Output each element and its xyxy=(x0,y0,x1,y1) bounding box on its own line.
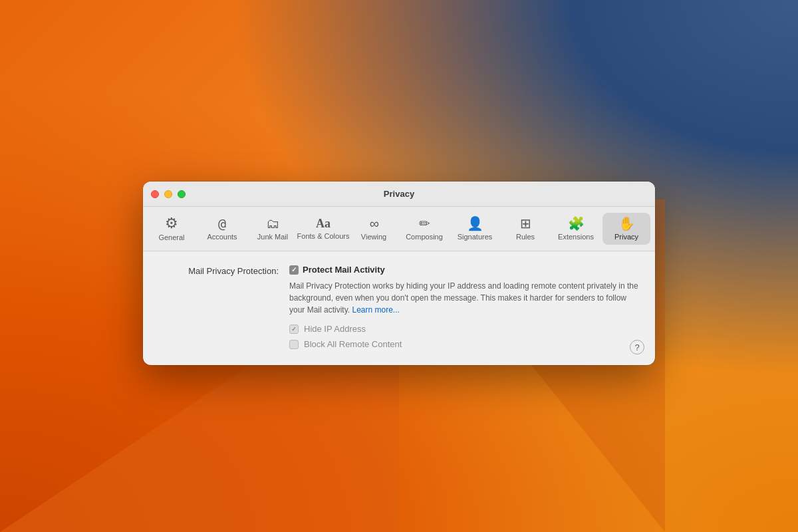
minimize-button[interactable] xyxy=(164,190,172,198)
tab-signatures[interactable]: 👤 Signatures xyxy=(451,213,499,245)
protect-mail-row: Protect Mail Activity xyxy=(289,265,639,275)
accounts-icon: @ xyxy=(218,217,226,230)
traffic-lights xyxy=(151,190,186,198)
mail-preferences-window: Privacy ⚙ General @ Accounts 🗂 Junk Mail… xyxy=(143,182,655,365)
maximize-button[interactable] xyxy=(178,190,186,198)
sub-options: Hide IP Address Block All Remote Content xyxy=(289,324,639,349)
window-title: Privacy xyxy=(384,189,414,199)
learn-more-link[interactable]: Learn more... xyxy=(352,305,399,315)
close-button[interactable] xyxy=(151,190,159,198)
tab-general[interactable]: ⚙ General xyxy=(148,212,196,245)
block-remote-checkbox[interactable] xyxy=(289,340,299,349)
toolbar: ⚙ General @ Accounts 🗂 Junk Mail Aa Font… xyxy=(143,207,655,251)
tab-general-label: General xyxy=(158,233,184,241)
tab-junk-mail[interactable]: 🗂 Junk Mail xyxy=(249,213,297,245)
privacy-icon: ✋ xyxy=(618,217,635,230)
help-button[interactable]: ? xyxy=(630,340,644,354)
tab-rules[interactable]: ⊞ Rules xyxy=(501,213,549,245)
protect-mail-checkbox[interactable] xyxy=(289,265,299,275)
tab-composing-label: Composing xyxy=(406,233,443,241)
tab-accounts[interactable]: @ Accounts xyxy=(198,213,246,245)
tab-fonts-colours-label: Fonts & Colours xyxy=(297,232,350,240)
tab-extensions-label: Extensions xyxy=(558,233,594,241)
section-label: Mail Privacy Protection: xyxy=(159,265,279,276)
protect-mail-label: Protect Mail Activity xyxy=(303,265,385,275)
hide-ip-checkbox[interactable] xyxy=(289,325,299,334)
general-icon: ⚙ xyxy=(165,216,178,231)
tab-fonts-colours[interactable]: Aa Fonts & Colours xyxy=(299,213,347,244)
tab-junk-mail-label: Junk Mail xyxy=(257,233,288,241)
tab-privacy[interactable]: ✋ Privacy xyxy=(602,213,650,245)
tab-accounts-label: Accounts xyxy=(207,233,237,241)
hide-ip-option: Hide IP Address xyxy=(289,324,639,334)
content-area: Mail Privacy Protection: Protect Mail Ac… xyxy=(143,251,655,365)
tab-composing[interactable]: ✏ Composing xyxy=(400,213,448,245)
composing-icon: ✏ xyxy=(419,217,430,230)
tab-viewing[interactable]: ∞ Viewing xyxy=(350,213,398,245)
extensions-icon: 🧩 xyxy=(568,217,585,230)
titlebar: Privacy xyxy=(143,182,655,207)
tab-extensions[interactable]: 🧩 Extensions xyxy=(552,213,600,245)
block-remote-option: Block All Remote Content xyxy=(289,339,639,349)
tab-signatures-label: Signatures xyxy=(458,233,493,241)
signatures-icon: 👤 xyxy=(467,217,483,230)
fonts-icon: Aa xyxy=(316,217,331,229)
mail-privacy-row: Mail Privacy Protection: Protect Mail Ac… xyxy=(159,265,639,349)
viewing-icon: ∞ xyxy=(370,217,378,230)
tab-privacy-label: Privacy xyxy=(614,233,638,241)
tab-viewing-label: Viewing xyxy=(361,233,386,241)
setting-content: Protect Mail Activity Mail Privacy Prote… xyxy=(289,265,639,349)
block-remote-label: Block All Remote Content xyxy=(304,339,402,349)
hide-ip-label: Hide IP Address xyxy=(304,324,366,334)
rules-icon: ⊞ xyxy=(520,217,531,230)
window-container: Privacy ⚙ General @ Accounts 🗂 Junk Mail… xyxy=(143,182,655,365)
junk-mail-icon: 🗂 xyxy=(266,217,279,230)
description-text: Mail Privacy Protection works by hiding … xyxy=(289,280,639,316)
content-wrapper: Mail Privacy Protection: Protect Mail Ac… xyxy=(143,251,655,365)
tab-rules-label: Rules xyxy=(516,233,535,241)
